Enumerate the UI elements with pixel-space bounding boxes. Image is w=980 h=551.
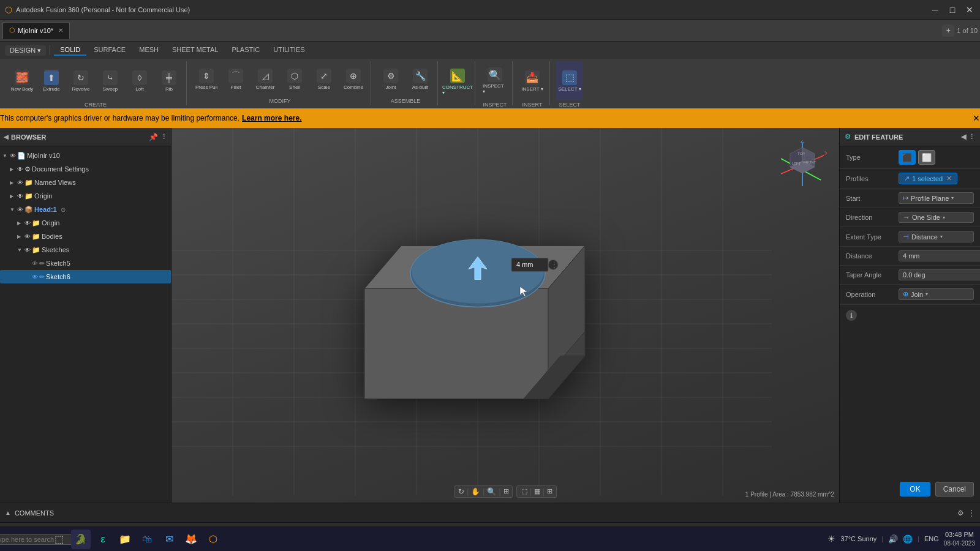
joint-button[interactable]: ⚙ Joint <box>377 62 404 96</box>
notification-link[interactable]: Learn more here. <box>242 114 301 122</box>
construct-main-button[interactable]: 📐 CONSTRUCT ▾ <box>444 62 471 102</box>
orbit-tool[interactable]: ↻ <box>458 487 464 496</box>
as-built-button[interactable]: 🔧 As-built <box>407 62 434 96</box>
close-button[interactable]: ✕ <box>964 4 975 15</box>
construct-group: 📐 CONSTRUCT ▾ <box>440 61 475 105</box>
browser-pin-icon[interactable]: 📌 <box>149 133 158 141</box>
named-views-vis-icon[interactable]: 👁 <box>17 179 23 186</box>
viewport[interactable]: 4 mm ⋮ Z X TOP <box>172 128 839 503</box>
store-icon[interactable]: 🛍 <box>137 530 157 549</box>
scale-button[interactable]: ⤢ Scale <box>311 62 337 96</box>
origin-vis-icon[interactable]: 👁 <box>17 193 23 200</box>
new-component-button[interactable]: 🧱 New Body <box>9 61 36 100</box>
ef-taper-input[interactable] <box>899 269 980 280</box>
ok-button[interactable]: OK <box>900 482 930 497</box>
maximize-button[interactable]: □ <box>947 4 958 15</box>
doc-settings-vis-icon[interactable]: 👁 <box>17 166 23 173</box>
minimize-button[interactable]: ─ <box>930 4 941 15</box>
tab-close-icon[interactable]: ✕ <box>58 27 63 34</box>
revolve-button[interactable]: ↻ Revolve <box>67 64 94 98</box>
ef-profiles-clear-icon[interactable]: ✕ <box>946 174 952 182</box>
edge-icon[interactable]: ε <box>93 530 113 549</box>
file-explorer-icon[interactable]: 📁 <box>115 530 135 549</box>
browser-item-sketch5[interactable]: ▶ 👁 ✏ Sketch5 <box>0 257 171 270</box>
browser-item-sketch6[interactable]: ▶ 👁 ✏ Sketch6 <box>0 270 171 283</box>
ef-operation-value-container[interactable]: ⊕ Join ▾ <box>899 288 974 300</box>
zoom-tool[interactable]: 🔍 <box>487 487 496 496</box>
browser-item-head1-origin[interactable]: ▶ 👁 📁 Origin <box>0 216 171 230</box>
browser-more-icon[interactable]: ⋮ <box>160 133 167 141</box>
fillet-button[interactable]: ⌒ Fillet <box>222 62 249 96</box>
ef-extent-type-value-container[interactable]: ⊣ Distance ▾ <box>899 231 974 242</box>
sketch6-vis-icon[interactable]: 👁 <box>32 274 38 280</box>
extrude-button[interactable]: ⬆ Extrude <box>38 64 65 98</box>
ef-profiles-button[interactable]: ↗ 1 selected ✕ <box>899 173 957 184</box>
rib-button[interactable]: ╪ Rib <box>156 64 183 98</box>
viewcube[interactable]: Z X TOP LEFT FRONT <box>778 140 827 189</box>
tab-mesh[interactable]: MESH <box>133 45 165 56</box>
chamfer-button[interactable]: ◿ Chamfer <box>252 62 279 96</box>
browser-taskbar-icon[interactable]: 🐊 <box>71 530 91 549</box>
ef-expand-icon[interactable]: ◀ <box>961 133 966 141</box>
ef-type-btn-2[interactable]: ⬜ <box>918 150 935 165</box>
inspect-main-button[interactable]: 🔍 INSPECT ▾ <box>481 61 508 100</box>
new-tab-button[interactable]: + <box>942 24 954 37</box>
tab-utilities[interactable]: UTILITIES <box>267 45 311 56</box>
combine-button[interactable]: ⊕ Combine <box>340 62 367 96</box>
ef-info-icon[interactable]: ℹ <box>846 310 857 321</box>
browser-item-head1[interactable]: ▼ 👁 📦 Head:1 ⊙ <box>0 203 171 216</box>
tab-sheet-metal[interactable]: SHEET METAL <box>166 45 224 56</box>
browser-item-root[interactable]: ▼ 👁 📄 MjoInir v10 <box>0 149 171 162</box>
grid-tool[interactable]: ⊞ <box>547 487 552 496</box>
notification-message: This computer's graphics driver or hardw… <box>0 114 239 122</box>
insert-main-button[interactable]: 📥 INSERT ▾ <box>519 61 546 100</box>
search-button[interactable] <box>27 530 47 549</box>
ef-more-icon[interactable]: ⋮ <box>968 133 975 141</box>
time-display[interactable]: 03:48 PM 08-04-2023 <box>944 530 975 548</box>
browser-collapse-icon[interactable]: ◀ <box>4 133 9 140</box>
visual-style-tool[interactable]: ▦ <box>534 487 540 496</box>
sketch5-vis-icon[interactable]: 👁 <box>32 260 38 267</box>
select-main-button[interactable]: ⬚ SELECT ▾ <box>556 61 583 100</box>
display-mode-tool[interactable]: ⬚ <box>521 487 527 496</box>
browser-item-bodies[interactable]: ▶ 👁 📁 Bodies <box>0 230 171 243</box>
ef-type-btn-1[interactable]: ⬛ <box>899 150 916 165</box>
document-tab-active[interactable]: ⬡ MjoInir v10* ✕ <box>2 22 70 39</box>
design-dropdown[interactable]: DESIGN ▾ <box>5 45 46 56</box>
browser-item-sketches[interactable]: ▼ 👁 📁 Sketches <box>0 243 171 257</box>
doc-settings-expand-icon: ▶ <box>10 167 16 172</box>
tab-surface[interactable]: SURFACE <box>88 45 132 56</box>
fusion-icon[interactable]: ⬡ <box>203 530 223 549</box>
task-view-button[interactable]: ⬚ <box>49 530 69 549</box>
h1-origin-vis-icon[interactable]: 👁 <box>24 220 31 227</box>
press-pull-button[interactable]: ⇕ Press Pull <box>193 62 220 96</box>
cancel-button[interactable]: Cancel <box>935 482 974 497</box>
network-icon[interactable]: 🌐 <box>903 534 913 544</box>
browser-item-origin[interactable]: ▶ 👁 📁 Origin <box>0 189 171 203</box>
firefox-icon[interactable]: 🦊 <box>181 530 201 549</box>
tab-plastic[interactable]: PLASTIC <box>225 45 266 56</box>
sweep-button[interactable]: ⤷ Sweep <box>97 64 124 98</box>
app-logo-icon: ⬡ <box>5 5 12 15</box>
pan-tool[interactable]: ✋ <box>471 487 480 496</box>
loft-button[interactable]: ◊ Loft <box>126 64 153 98</box>
ef-direction-value-container[interactable]: → One Side ▾ <box>899 212 974 223</box>
browser-item-named-views[interactable]: ▶ 👁 📁 Named Views <box>0 176 171 189</box>
comments-settings-icon[interactable]: ⚙ <box>957 509 964 517</box>
head1-icon: 📦 <box>24 206 33 214</box>
tab-solid[interactable]: SOLID <box>54 45 86 56</box>
shell-button[interactable]: ⬡ Shell <box>281 62 308 96</box>
notification-close-icon[interactable]: ✕ <box>973 113 980 123</box>
comments-more-icon[interactable]: ⋮ <box>968 509 975 517</box>
mail-icon[interactable]: ✉ <box>159 530 179 549</box>
fit-tool[interactable]: ⊞ <box>503 487 509 496</box>
comments-collapse-icon[interactable]: ▲ <box>5 509 11 516</box>
browser-item-doc-settings[interactable]: ▶ 👁 ⚙ Document Settings <box>0 162 171 176</box>
ef-distance-input[interactable] <box>899 250 980 261</box>
root-vis-icon[interactable]: 👁 <box>10 152 16 159</box>
ef-start-value-container[interactable]: ↦ Profile Plane ▾ <box>899 192 974 204</box>
bodies-vis-icon[interactable]: 👁 <box>24 233 31 240</box>
head1-vis-icon[interactable]: 👁 <box>17 206 23 213</box>
sketches-vis-icon[interactable]: 👁 <box>24 247 31 253</box>
volume-icon[interactable]: 🔊 <box>888 534 898 544</box>
